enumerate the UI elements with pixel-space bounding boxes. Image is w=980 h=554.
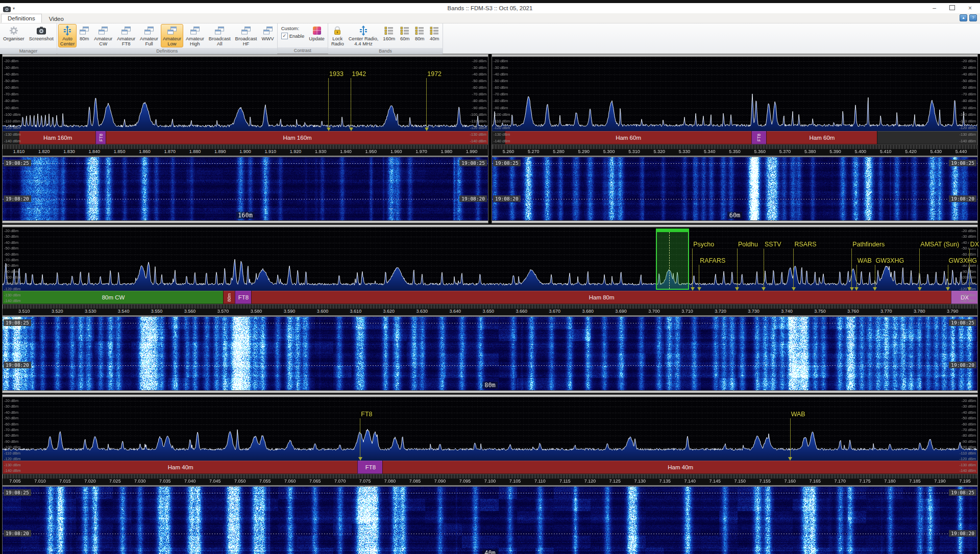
band-segment-label: Ham 80m (589, 294, 615, 300)
close-button[interactable]: × (968, 5, 972, 11)
spectrum-160m[interactable]: Ham 160mFT8Ham 160m -20 dBm-20 dBm-30 dB… (3, 57, 488, 144)
bandbar-160m[interactable]: Ham 160mFT8Ham 160m (3, 131, 488, 144)
marker-amsat-sun[interactable]: AMSAT (Sun) (919, 241, 961, 248)
marker-arrow-icon (967, 287, 971, 291)
bandbar-80m[interactable]: 80m CW80mFT8Ham 80mDX (3, 291, 977, 304)
band-segment-ft8[interactable]: FT8 (95, 131, 106, 144)
freq-tick-label: 3.740 (781, 309, 793, 314)
band-segment-label: FT8 (756, 134, 762, 141)
waterfall-60m[interactable]: 60m 19:08:2519:08:2519:08:2019:08:20 (492, 157, 977, 220)
marker-line (328, 78, 329, 128)
marker-1942[interactable]: 1942 (350, 70, 368, 78)
band-segment-ham-160m[interactable]: Ham 160m (106, 131, 488, 144)
ribbon-button-80m[interactable]: 80m (412, 24, 427, 47)
ribbon-button-wwv[interactable]: WWV (259, 24, 276, 47)
marker-line (793, 248, 794, 287)
enable-checkbox[interactable]: ✓Enable (281, 33, 305, 39)
marker-psycho[interactable]: Psycho (692, 241, 716, 248)
title-bar: ▾ Bands :: FDM-S3 :: Oct 05, 2021 – × (0, 0, 980, 13)
band-segment-ham-60m[interactable]: Ham 60m (505, 131, 752, 144)
freq-tick-label: 7.010 (34, 479, 46, 484)
ribbon-button-40m[interactable]: 40m (427, 24, 442, 47)
freq-tick-label: 3.630 (416, 309, 428, 314)
waterfall-40m[interactable]: 40m 19:08:2519:08:2519:08:2019:08:20 (3, 487, 977, 554)
ribbon-button-lock-radio[interactable]: LockRadio (329, 24, 346, 47)
marker-1933[interactable]: 1933 (328, 70, 345, 78)
help-icon[interactable]: ? (969, 14, 977, 21)
freq-tick-label: 7.180 (884, 479, 896, 484)
ribbon-button-label: AmateurFT8 (117, 36, 135, 47)
ribbon-button-organiser[interactable]: Organiser (1, 24, 27, 47)
ribbon-button-amateur-cw[interactable]: AmateurCW (92, 24, 114, 47)
ribbon-button-amateur-high[interactable]: AmateurHigh (184, 24, 206, 47)
timestamp-top-left: 19:08:25 (4, 319, 31, 326)
marker-gw3xhg[interactable]: GW3XHG (874, 257, 906, 265)
marker-rsars[interactable]: RSARS (793, 241, 818, 248)
marker-wab[interactable]: WAB (856, 257, 873, 265)
band-segment-ft8[interactable]: FT8 (751, 131, 767, 144)
band-segment-unallocated[interactable] (877, 131, 977, 144)
band-segment-label: FT8 (238, 294, 249, 300)
marker-arrow-icon (425, 128, 429, 131)
ribbon-button-80m[interactable]: 80m (77, 24, 91, 47)
spectrum-40m[interactable]: Ham 40mFT8Ham 40m -20 dBm-20 dBm-30 dBm-… (3, 397, 977, 474)
marker-poldhu[interactable]: Poldhu (737, 241, 760, 248)
freq-tick-label: 5.330 (679, 149, 691, 154)
freq-tick-label: 3.770 (880, 309, 892, 314)
marker-rafars[interactable]: RAFARS (698, 257, 727, 265)
spectrum-60m[interactable]: Ham 60mFT8Ham 60m -20 dBm-20 dBm-30 dBm-… (492, 57, 977, 144)
band-segment-ham-40m[interactable]: Ham 40m (382, 461, 977, 474)
band-segment-unallocated[interactable] (492, 131, 505, 144)
restore-button[interactable] (949, 5, 955, 11)
freq-tick-label: 7.120 (584, 479, 596, 484)
marker-ft8[interactable]: FT8 (359, 411, 374, 418)
frequency-selection-box[interactable] (656, 229, 689, 290)
band-segment-80m-cw[interactable]: 80m CW (3, 291, 224, 304)
band-segment-ham-40m[interactable]: Ham 40m (3, 461, 358, 474)
ribbon-button-160m[interactable]: 160m (381, 24, 397, 47)
ribbon-button-broadcast-all[interactable]: BroadcastAll (207, 24, 233, 47)
ribbon-button-screenshot[interactable]: Screenshot (27, 24, 56, 47)
bandbar-40m[interactable]: Ham 40mFT8Ham 40m (3, 461, 977, 474)
ribbon-display-options-icon[interactable]: ▴ (960, 14, 967, 21)
band-segment-ft8[interactable]: FT8 (357, 461, 383, 474)
ribbon-button-center-radio-4-4-mhz[interactable]: Center Radio,4.4 MHz (347, 24, 381, 47)
marker-sstv[interactable]: SSTV (763, 241, 783, 248)
ribbon-button-label: 160m (383, 36, 395, 47)
freq-tick-label: 7.090 (434, 479, 446, 484)
band-segment-ham-160m[interactable]: Ham 160m (19, 131, 96, 144)
marker-1972[interactable]: 1972 (426, 70, 443, 78)
ribbon-button-amateur-low[interactable]: AmateurLow (161, 24, 183, 47)
tab-definitions[interactable]: Definitions (1, 14, 42, 23)
ribbon-button-auto-center[interactable]: AutoCenter (58, 24, 77, 47)
marker-wab[interactable]: WAB (790, 411, 807, 418)
band-segment-ham-60m[interactable]: Ham 60m (766, 131, 877, 144)
ribbon-group-definitions: AutoCenter80m AmateurCWAmateurFT8Amateur… (57, 23, 278, 54)
freq-tick-label: 7.080 (384, 479, 396, 484)
band-segment-unallocated[interactable] (3, 131, 19, 144)
band-segment-80m[interactable]: 80m (223, 291, 235, 304)
band-segment-ft8[interactable]: FT8 (235, 291, 252, 304)
marker-pathfinders[interactable]: Pathfinders (851, 241, 886, 248)
freq-tick-label: 3.550 (151, 309, 163, 314)
minimize-button[interactable]: – (933, 5, 936, 11)
spectrum-80m[interactable]: 80m CW80mFT8Ham 80mDX -20 dBm-20 dBm-30 … (3, 228, 977, 304)
ribbon-button-broadcast-hf[interactable]: BroadcastHF (233, 24, 259, 47)
ribbon-button-amateur-ft8[interactable]: AmateurFT8 (115, 24, 137, 47)
ribbon-button-60m[interactable]: 60m (398, 24, 412, 47)
tab-video[interactable]: Video (43, 15, 70, 23)
bandbar-60m[interactable]: Ham 60mFT8Ham 60m (492, 131, 977, 144)
update-button[interactable]: Update (307, 24, 327, 47)
waterfall-80m[interactable]: 80m 19:08:2519:08:2519:08:2019:08:20 (3, 317, 977, 390)
band-segment-ham-80m[interactable]: Ham 80m (251, 291, 951, 304)
freq-tick-label: 7.095 (459, 479, 471, 484)
marker-gw3xhg[interactable]: GW3XHG (947, 257, 979, 265)
panel-bottom-frame (3, 220, 488, 223)
freq-scale-80m: 3.5103.5203.5303.5403.5503.5603.5703.580… (3, 309, 977, 317)
ribbon-button-amateur-full[interactable]: AmateurFull (138, 24, 160, 47)
waterfall-160m[interactable]: 160m 19:08:2519:08:2519:08:2019:08:20 (3, 157, 488, 220)
marker-dx[interactable]: DX (969, 241, 980, 248)
ribbon-button-label: AmateurHigh (186, 36, 204, 47)
timestamp-top-left: 19:08:25 (4, 160, 31, 166)
band-segment-dx[interactable]: DX (951, 291, 977, 304)
